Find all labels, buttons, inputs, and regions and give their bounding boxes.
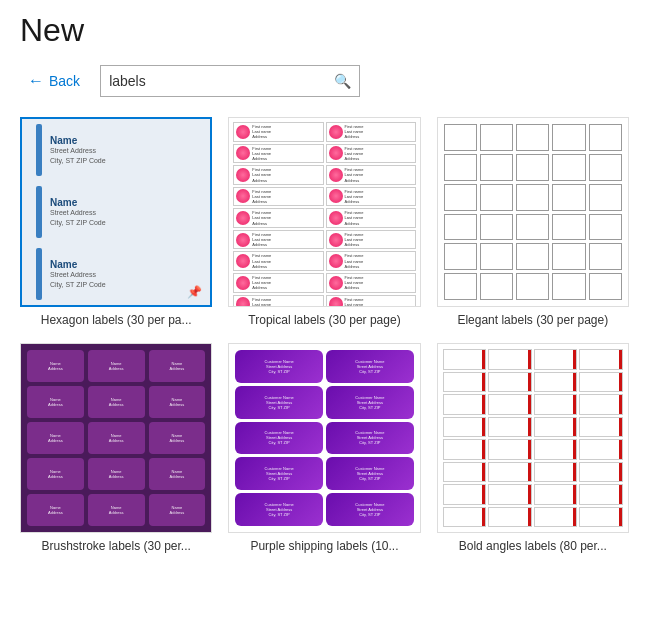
search-icon[interactable]: 🔍 [334, 73, 351, 89]
template-brushstroke[interactable]: NameAddress NameAddress NameAddress Name… [20, 343, 212, 553]
template-elegant-thumb [437, 117, 629, 307]
template-hexagon-label: Hexagon labels (30 per pa... [20, 313, 212, 327]
template-elegant-label: Elegant labels (30 per page) [437, 313, 629, 327]
template-hexagon[interactable]: Name Street AddressCity, ST ZIP Code Nam… [20, 117, 212, 327]
page-title: New [20, 12, 629, 49]
back-button[interactable]: ← Back [20, 68, 88, 94]
template-tropical-thumb: First nameLast nameAddressFirst nameLast… [228, 117, 420, 307]
template-brushstroke-thumb: NameAddress NameAddress NameAddress Name… [20, 343, 212, 533]
pin-icon: 📌 [187, 285, 202, 299]
template-hexagon-thumb: Name Street AddressCity, ST ZIP Code Nam… [20, 117, 212, 307]
template-brushstroke-label: Brushstroke labels (30 per... [20, 539, 212, 553]
back-label: Back [49, 73, 80, 89]
search-bar: ← Back 🔍 [20, 65, 629, 97]
search-input-wrapper: 🔍 [100, 65, 360, 97]
template-bold-angles-thumb [437, 343, 629, 533]
template-purple-shipping-thumb: Customer NameStreet AddressCity, ST ZIP … [228, 343, 420, 533]
template-elegant[interactable]: Elegant labels (30 per page) [437, 117, 629, 327]
template-purple-shipping-label: Purple shipping labels (10... [228, 539, 420, 553]
back-arrow-icon: ← [28, 72, 44, 90]
template-purple-shipping[interactable]: Customer NameStreet AddressCity, ST ZIP … [228, 343, 420, 553]
template-tropical-label: Tropical labels (30 per page) [228, 313, 420, 327]
template-bold-angles-label: Bold angles labels (80 per... [437, 539, 629, 553]
search-input[interactable] [109, 73, 334, 89]
templates-grid: Name Street AddressCity, ST ZIP Code Nam… [20, 117, 629, 553]
template-bold-angles[interactable]: Bold angles labels (80 per... [437, 343, 629, 553]
new-page: New ← Back 🔍 Name Street AddressCity, ST… [0, 0, 649, 565]
template-tropical[interactable]: First nameLast nameAddressFirst nameLast… [228, 117, 420, 327]
